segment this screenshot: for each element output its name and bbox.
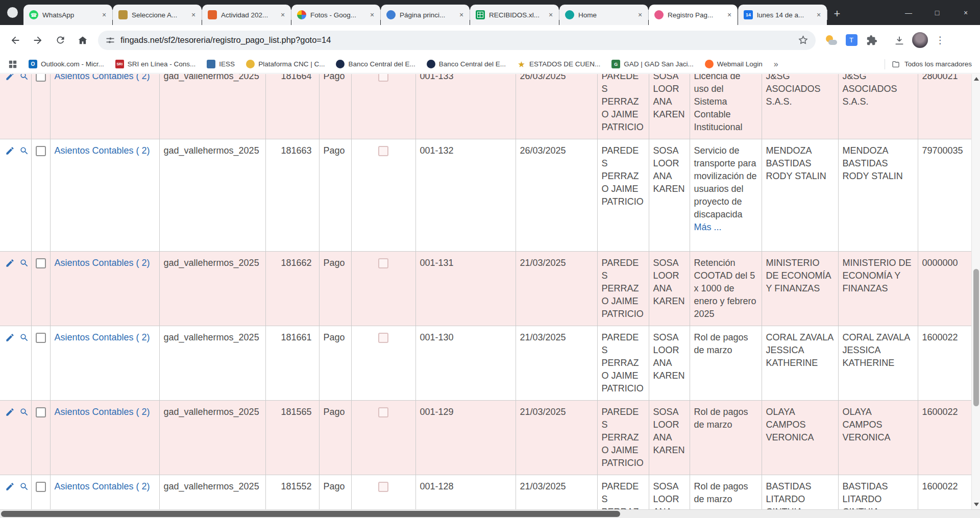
home-button[interactable] <box>72 30 93 51</box>
new-tab-button[interactable]: + <box>829 6 845 21</box>
vertical-scrollbar[interactable] <box>971 74 980 509</box>
bookmark-star-icon[interactable] <box>798 35 808 45</box>
horizontal-scrollbar[interactable] <box>0 509 980 518</box>
profile-avatar[interactable] <box>910 30 930 51</box>
browser-tab[interactable]: Registro Pag... × <box>649 5 738 25</box>
asientos-contables-link[interactable]: Asientos Contables ( 2) <box>55 74 150 81</box>
row-checkbox-secondary[interactable] <box>378 407 388 417</box>
asientos-contables-link[interactable]: Asientos Contables ( 2) <box>55 145 150 156</box>
bookmark-item[interactable]: Plataforma CNC | C... <box>242 58 329 70</box>
tab-close-icon[interactable]: × <box>189 10 198 19</box>
scroll-down-arrow[interactable] <box>974 503 979 506</box>
tipo-cell: Pago <box>319 139 351 252</box>
browser-tab[interactable]: Home × <box>559 5 648 25</box>
extensions-puzzle-icon[interactable] <box>862 30 882 51</box>
browser-tab[interactable]: WhatsApp × <box>23 5 112 25</box>
weather-extension-icon[interactable] <box>821 30 841 51</box>
tab-close-icon[interactable]: × <box>278 10 287 19</box>
tab-close-icon[interactable]: × <box>814 10 823 19</box>
address-bar[interactable]: fingads.net/sf2/tesoreria/registro_pago_… <box>98 31 816 50</box>
bookmark-item[interactable]: Webmail Login <box>701 58 767 70</box>
view-magnifier-icon[interactable] <box>19 258 29 272</box>
edit-pencil-icon[interactable] <box>5 333 15 346</box>
browser-tab[interactable]: Seleccione A... × <box>113 5 202 25</box>
tab-close-icon[interactable]: × <box>546 10 555 19</box>
view-magnifier-icon[interactable] <box>19 74 29 85</box>
tab-close-icon[interactable]: × <box>368 10 377 19</box>
mas-link[interactable]: Más ... <box>694 222 722 232</box>
payments-table: Asientos Contables ( 2) gad_vallehermos_… <box>0 74 971 509</box>
bookmark-item[interactable]: GAD | GAD San Jaci... <box>607 58 697 70</box>
bookmark-item[interactable]: SRI SRI en Línea - Cons... <box>111 58 200 70</box>
cuenta-cell: 1600022 <box>918 401 971 475</box>
browser-tab[interactable]: Actividad 202... × <box>202 5 291 25</box>
estados-icon <box>517 60 526 68</box>
row-checkbox[interactable] <box>36 482 46 492</box>
tab-search-button[interactable] <box>7 7 18 18</box>
edit-pencil-icon[interactable] <box>5 407 15 421</box>
row-checkbox-secondary[interactable] <box>378 258 388 268</box>
numero-cell: 001-131 <box>415 252 516 326</box>
beneficiario-cell: MINISTERIO DE ECONOMÍA Y FINANZAS <box>762 252 838 326</box>
asientos-contables-link[interactable]: Asientos Contables ( 2) <box>55 481 150 491</box>
asientos-contables-link[interactable]: Asientos Contables ( 2) <box>55 258 150 268</box>
translate-icon[interactable] <box>841 30 862 51</box>
close-button[interactable]: × <box>951 0 980 25</box>
reload-button[interactable] <box>50 30 71 51</box>
sheets-icon <box>476 10 485 19</box>
responsable2-cell: SOSA LOOR ANA KAREN <box>649 139 690 252</box>
row-checkbox[interactable] <box>36 258 46 268</box>
vertical-scrollbar-thumb[interactable] <box>973 269 979 406</box>
bookmark-item[interactable]: Banco Central del E... <box>332 58 419 70</box>
edit-pencil-icon[interactable] <box>5 482 15 495</box>
bookmarks-overflow-chevron[interactable]: » <box>774 60 778 69</box>
browser-tab[interactable]: Página princi... × <box>381 5 470 25</box>
browser-tab[interactable]: RECIBIDOS.xl... × <box>470 5 559 25</box>
tab-close-icon[interactable]: × <box>635 10 645 19</box>
tipo-cell: Pago <box>319 401 351 475</box>
apps-grid-icon[interactable] <box>8 60 17 69</box>
scroll-up-arrow[interactable] <box>974 77 979 81</box>
row-checkbox[interactable] <box>36 146 46 156</box>
view-magnifier-icon[interactable] <box>19 407 29 421</box>
fecha-cell: 26/03/2025 <box>516 139 597 252</box>
url-text[interactable]: fingads.net/sf2/tesoreria/registro_pago_… <box>120 35 798 45</box>
activity-icon <box>208 10 217 19</box>
row-checkbox-secondary[interactable] <box>378 482 388 492</box>
view-magnifier-icon[interactable] <box>19 482 29 495</box>
beneficiario-cell: BASTIDAS LITARDO CINTHIA YADIRA <box>762 475 838 510</box>
downloads-icon[interactable] <box>889 30 910 51</box>
row-checkbox[interactable] <box>36 407 46 417</box>
browser-menu-icon[interactable]: ⋮ <box>930 30 950 51</box>
bookmark-item[interactable]: ESTADOS DE CUEN... <box>513 58 604 70</box>
bookmark-item[interactable]: IESS <box>203 58 239 70</box>
descripcion-cell: Rol de pagos de marzo <box>690 475 762 510</box>
view-magnifier-icon[interactable] <box>19 333 29 346</box>
bookmark-item[interactable]: Banco Central del E... <box>423 58 510 70</box>
edit-pencil-icon[interactable] <box>5 146 15 159</box>
view-magnifier-icon[interactable] <box>19 146 29 159</box>
asientos-contables-link[interactable]: Asientos Contables ( 2) <box>55 407 150 417</box>
row-checkbox[interactable] <box>36 333 46 343</box>
tab-close-icon[interactable]: × <box>457 10 466 19</box>
row-checkbox-secondary[interactable] <box>378 333 388 343</box>
edit-pencil-icon[interactable] <box>5 258 15 272</box>
horizontal-scrollbar-thumb[interactable] <box>1 511 620 517</box>
all-bookmarks[interactable]: Todos los marcadores <box>878 59 972 69</box>
tab-close-icon[interactable]: × <box>725 10 734 19</box>
row-checkbox[interactable] <box>36 74 46 82</box>
beneficiario-cell: MENDOZA BASTIDAS RODY STALIN <box>762 139 838 252</box>
maximize-button[interactable]: □ <box>923 0 951 25</box>
minimize-button[interactable]: — <box>894 0 923 25</box>
edit-pencil-icon[interactable] <box>5 74 15 85</box>
asientos-contables-link[interactable]: Asientos Contables ( 2) <box>55 332 150 342</box>
browser-tab[interactable]: 14 lunes 14 de a... × <box>738 5 827 25</box>
back-button[interactable] <box>5 30 26 51</box>
bookmark-item[interactable]: Outlook.com - Micr... <box>24 58 108 70</box>
tab-close-icon[interactable]: × <box>100 10 109 19</box>
row-checkbox-secondary[interactable] <box>378 146 388 156</box>
row-checkbox-secondary[interactable] <box>378 74 388 82</box>
forward-button[interactable] <box>27 30 48 51</box>
browser-tab[interactable]: Fotos - Goog... × <box>291 5 380 25</box>
site-info-icon[interactable] <box>105 35 115 45</box>
